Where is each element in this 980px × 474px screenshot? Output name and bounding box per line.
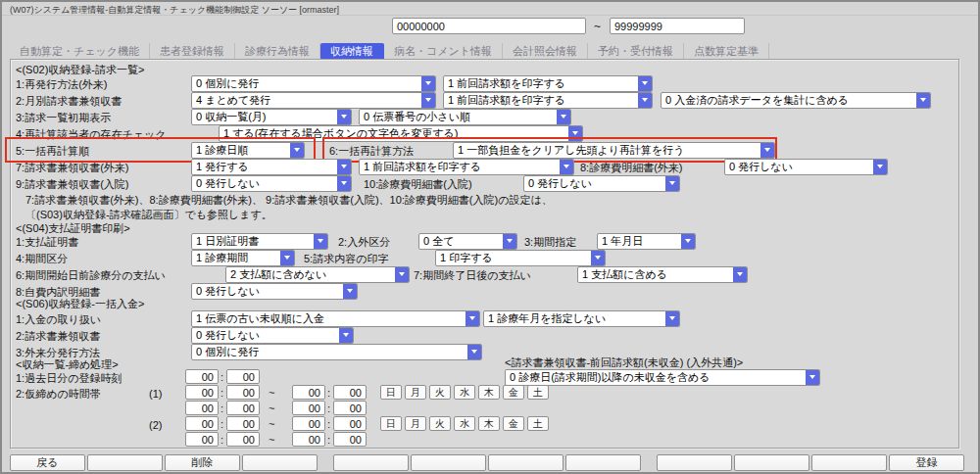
- combo-period-class[interactable]: 1 診療期間: [191, 250, 295, 266]
- time-input-mm[interactable]: [333, 385, 367, 400]
- combo-period-spec[interactable]: 1 年月日: [597, 233, 696, 250]
- footer-button-blank[interactable]: [333, 454, 409, 471]
- time-input-mm[interactable]: [226, 432, 260, 447]
- time-input-hh[interactable]: [185, 369, 219, 384]
- footer-button-blank[interactable]: [242, 454, 318, 471]
- day-button-sat[interactable]: 土: [527, 416, 549, 431]
- time-input-mm[interactable]: [226, 401, 260, 415]
- footer-button-blank[interactable]: [565, 454, 641, 471]
- register-button[interactable]: 登録: [889, 454, 964, 471]
- time-input-hh[interactable]: [292, 385, 325, 400]
- day-button-fri[interactable]: 金: [503, 416, 524, 431]
- day-button-sun[interactable]: 日: [380, 416, 402, 431]
- combo-value: 1 支払額に含める: [582, 268, 730, 281]
- combo-batch-recalc-order[interactable]: 1 診療日順: [191, 142, 305, 159]
- tab-patient-reg[interactable]: 患者登録情報: [150, 43, 235, 60]
- time-colon: :: [220, 418, 223, 430]
- footer-button-blank[interactable]: [811, 454, 887, 471]
- day-button-wed[interactable]: 水: [454, 385, 475, 400]
- footer-button-blank[interactable]: [734, 454, 809, 471]
- combo-prev-claim-unpaid[interactable]: 0 診療日(請求期間)以降の未収金を含める: [505, 369, 820, 386]
- day-button-sun[interactable]: 日: [380, 385, 402, 400]
- combo-detail-inpatient[interactable]: 0 発行しない: [523, 175, 680, 192]
- combo-outpatient-issue-method[interactable]: 0 個別に発行: [191, 344, 482, 360]
- chevron-down-icon: [560, 159, 574, 175]
- combo-monthly-invoice[interactable]: 4 まとめて発行: [191, 92, 436, 109]
- day-button-fri[interactable]: 金: [503, 385, 524, 400]
- tab-medical-act[interactable]: 診療行為情報: [235, 43, 320, 60]
- day-button-wed[interactable]: 水: [454, 416, 475, 431]
- time-input-mm[interactable]: [226, 369, 260, 384]
- combo-payment-after-end[interactable]: 1 支払額に含める: [577, 266, 748, 283]
- time-input-mm[interactable]: [333, 401, 367, 415]
- combo-treatment-month[interactable]: 1 診療年月を指定しない: [483, 310, 680, 327]
- range-to-input[interactable]: [610, 18, 745, 34]
- day-button-thu[interactable]: 木: [478, 416, 500, 431]
- time-input-hh[interactable]: [292, 416, 325, 431]
- time-input-hh[interactable]: [292, 432, 325, 447]
- time-input-mm[interactable]: [226, 416, 260, 431]
- combo-print-claim-content[interactable]: 1 印字する: [435, 250, 606, 266]
- combo-invoice-inpatient[interactable]: 0 発行しない: [191, 175, 352, 192]
- day-button-sat[interactable]: 土: [527, 385, 549, 400]
- footer-button-blank[interactable]: [411, 454, 486, 471]
- time-colon: :: [220, 371, 223, 383]
- chevron-down-icon: [681, 233, 696, 250]
- combo-value: 1 前回請求額を印字する: [448, 94, 635, 107]
- combo-invoice-outpatient[interactable]: 1 発行する: [191, 159, 352, 175]
- time-input-mm[interactable]: [226, 385, 260, 400]
- combo-payment-before-start[interactable]: 2 支払額に含めない: [225, 266, 410, 283]
- day-button-tue[interactable]: 火: [429, 385, 451, 400]
- chevron-down-icon: [806, 369, 820, 386]
- tab-point-standard[interactable]: 点数算定基準: [684, 43, 769, 60]
- combo-invoice-print-prev[interactable]: 1 前回請求額を印字する: [359, 159, 574, 175]
- chevron-down-icon: [873, 159, 888, 175]
- time-input-mm[interactable]: [333, 416, 367, 431]
- footer-button-blank[interactable]: [488, 454, 564, 471]
- time-input-hh[interactable]: [185, 416, 219, 431]
- time-input-hh[interactable]: [185, 401, 219, 415]
- tab-bar: 自動算定・チェック機能患者登録情報診療行為情報収納情報病名・コメント情報会計照会…: [10, 41, 769, 58]
- footer-button-bar: 戻る 削除 登録: [2, 454, 978, 472]
- combo-reissue-print-prev[interactable]: 1 前回請求額を印字する: [443, 75, 653, 92]
- tab-reservation[interactable]: 予約・受付情報: [588, 43, 684, 60]
- combo-payment-cert[interactable]: 1 日別証明書: [191, 233, 328, 250]
- combo-batch-recalc-method[interactable]: 1 一部負担金をクリアし先頭より再計算を行う: [453, 142, 775, 159]
- combo-inout-class[interactable]: 0 全て: [418, 233, 517, 250]
- tab-disease-comment[interactable]: 病名・コメント情報: [384, 43, 503, 60]
- note-line-2: 〔(S03)収納登録-請求確認画面〕でも参照します。: [25, 208, 272, 222]
- combo-deposit-handling[interactable]: 1 伝票の古い未収順に入金: [191, 310, 480, 327]
- day-button-tue[interactable]: 火: [429, 416, 451, 431]
- day-button-thu[interactable]: 木: [478, 385, 500, 400]
- combo-include-paid-data[interactable]: 0 入金済の請求データを集計に含める: [661, 92, 931, 109]
- combo-value: 1 年月日: [602, 235, 678, 248]
- combo-slip-order[interactable]: 0 伝票番号の小さい順: [359, 109, 571, 125]
- tab-auto-calc[interactable]: 自動算定・チェック機能: [10, 43, 150, 60]
- combo-detail-outpatient[interactable]: 0 発行しない: [724, 159, 888, 175]
- time-input-hh[interactable]: [185, 432, 219, 447]
- footer-button-blank[interactable]: [87, 454, 163, 471]
- combo-reissue-method[interactable]: 0 個別に発行: [191, 75, 436, 92]
- combo-value: 0 発行しない: [196, 329, 336, 342]
- combo-value: 1 伝票の古い未収順に入金: [196, 312, 463, 325]
- delete-button[interactable]: 削除: [165, 454, 240, 471]
- chevron-down-icon: [280, 250, 295, 266]
- combo-value: 0 発行しない: [729, 161, 870, 173]
- day-button-mon[interactable]: 月: [405, 416, 426, 431]
- tab-payment-info[interactable]: 収納情報: [320, 43, 384, 60]
- combo-monthly-print-prev[interactable]: 1 前回請求額を印字する: [443, 92, 653, 109]
- combo-self-pay-detail[interactable]: 0 発行しない: [191, 283, 358, 300]
- combo-s06-invoice[interactable]: 0 発行しない: [191, 327, 354, 344]
- time-input-hh[interactable]: [185, 385, 219, 400]
- back-button[interactable]: 戻る: [10, 454, 85, 471]
- footer-button-blank[interactable]: [657, 454, 732, 471]
- day-button-mon[interactable]: 月: [405, 385, 426, 400]
- tab-account-inquiry[interactable]: 会計照会情報: [503, 43, 588, 60]
- time-colon: :: [220, 403, 223, 414]
- time-input-hh[interactable]: [292, 401, 325, 415]
- range-from-input[interactable]: [392, 18, 586, 34]
- time-input-mm[interactable]: [333, 432, 367, 447]
- label-s06-1: 1:入金の取り扱い: [16, 312, 101, 327]
- combo-list-initial-view[interactable]: 0 収納一覧(月): [191, 109, 352, 125]
- chevron-down-icon: [665, 175, 680, 192]
